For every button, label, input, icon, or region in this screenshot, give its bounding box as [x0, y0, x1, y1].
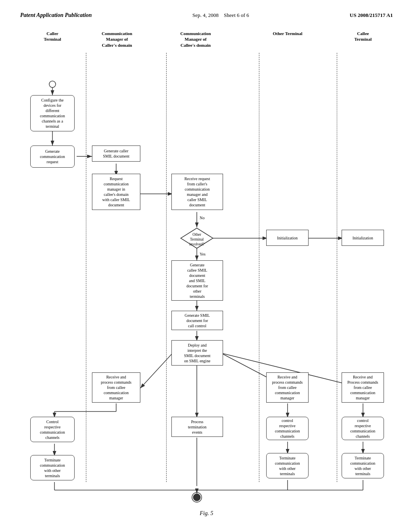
sep-line-4: [337, 53, 337, 482]
col-header-callee-mgr: CommunicationManager ofCallee's domain: [169, 31, 222, 48]
svg-line-21: [140, 353, 173, 388]
receive-other-box: Receive andprocess commandsfrom calleeco…: [266, 372, 309, 403]
svg-text:Yes: Yes: [200, 252, 206, 256]
gen-callee-smil-box: Generatecallee SMILdocumentand SMILdocum…: [171, 260, 223, 301]
terminate-other-box: Terminatecommunicationwith otherterminal…: [266, 453, 309, 478]
diagram-area: CallerTerminal CommunicationManager ofCa…: [20, 31, 399, 506]
col-header-callee: CalleeTerminal: [341, 31, 385, 42]
init-other-box: Initialization: [266, 230, 309, 246]
gen-smil-control-box: Generate SMILdocument forcall control: [171, 311, 223, 330]
control-other-box: controlrespectivecommunicationchannels: [266, 417, 309, 440]
svg-text:Terminal: Terminal: [190, 237, 204, 241]
col-header-other: Other Terminal: [265, 31, 310, 36]
receive-callee-box: Receive andProcess commandsfrom calleeco…: [342, 372, 384, 403]
deploy-smil-box: Deploy andinterpret theSMIL documenton S…: [171, 340, 223, 366]
sep-line-1: [86, 53, 86, 482]
patent-number: US 2008/215717 A1: [350, 12, 393, 19]
control-caller-box: Controlrespectivecommunicationchannels: [30, 417, 75, 442]
svg-marker-11: [181, 228, 213, 248]
gen-comm-req-box: Generatecommunicationrequest: [30, 145, 75, 168]
col-header-caller: CallerTerminal: [30, 31, 75, 42]
configure-box: Configure thedevices fordifferentcommuni…: [30, 95, 75, 131]
sep-line-2: [166, 53, 167, 482]
svg-text:involved?: involved?: [189, 242, 204, 246]
sep-line-3: [259, 53, 259, 482]
date-label: Sep. 4, 2008 Sheet 6 of 6: [192, 12, 249, 19]
col-header-caller-mgr: CommunicationManager ofCaller's domain: [91, 31, 143, 48]
svg-point-39: [193, 494, 200, 501]
svg-point-2: [49, 81, 56, 87]
process-term-box: Processterminationevents: [171, 417, 223, 437]
figure-caption: Fig. 5: [20, 510, 393, 517]
publication-label: Patent Application Publication: [20, 12, 92, 19]
receive-request-box: Receive requestfrom caller'scommunicatio…: [171, 174, 223, 210]
page: Patent Application Publication Sep. 4, 2…: [0, 0, 413, 532]
terminate-callee-box: Terminatecommunicationwith otherterminal…: [342, 453, 384, 478]
request-comm-box: Requestcommunicationmanager incallee's d…: [92, 174, 140, 210]
init-callee-box: Initialization: [342, 230, 384, 246]
control-callee-box: controlrespectivecommunicationchannels: [342, 417, 384, 440]
svg-text:Other: Other: [192, 233, 201, 237]
svg-text:No: No: [200, 216, 204, 220]
page-header: Patent Application Publication Sep. 4, 2…: [20, 12, 393, 19]
gen-caller-smil-box: Generate callerSMIL document: [92, 145, 140, 162]
receive-caller-mgr-box: Receive andprocess commandsfrom calleeco…: [92, 372, 140, 403]
terminate-caller-box: Terminatecommunicationwith otherterminal…: [30, 455, 75, 480]
svg-point-40: [192, 493, 202, 502]
